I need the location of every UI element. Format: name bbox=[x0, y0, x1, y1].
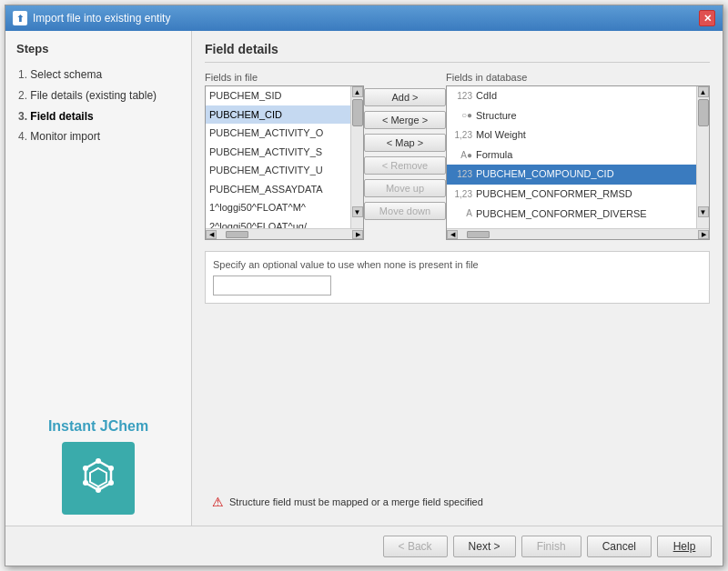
file-fields-column: Fields in file PUBCHEM_SID PUBCHEM_CID P… bbox=[205, 72, 364, 240]
svg-point-4 bbox=[108, 480, 114, 486]
fields-row: Fields in file PUBCHEM_SID PUBCHEM_CID P… bbox=[205, 72, 710, 240]
bottom-bar: < Back Next > Finish Cancel Help bbox=[5, 526, 723, 566]
main-content: Steps 1. Select schema 2. File details (… bbox=[5, 31, 723, 526]
dialog-icon: ⬆ bbox=[13, 11, 27, 25]
panel-title: Field details bbox=[205, 42, 710, 63]
steps-list: 1. Select schema 2. File details (existi… bbox=[16, 65, 180, 147]
scroll-left-arrow[interactable]: ◀ bbox=[447, 230, 458, 239]
svg-point-6 bbox=[83, 480, 88, 486]
step-1: 1. Select schema bbox=[16, 65, 180, 85]
db-list-item[interactable]: 123 PUBCHEM_COMPOUND_CID bbox=[447, 165, 696, 185]
db-fields-list[interactable]: 123 CdId ○● Structure 1,23 Mol Weight bbox=[446, 85, 710, 240]
add-button[interactable]: Add > bbox=[364, 88, 446, 106]
file-fields-hscrollbar[interactable]: ◀ ▶ bbox=[206, 228, 363, 239]
error-icon: ⚠ bbox=[212, 495, 224, 509]
h-scroll-thumb[interactable] bbox=[226, 231, 248, 238]
scroll-right-arrow[interactable]: ▶ bbox=[698, 230, 709, 239]
svg-point-2 bbox=[96, 458, 101, 464]
map-button[interactable]: < Map > bbox=[364, 134, 446, 152]
cancel-button[interactable]: Cancel bbox=[587, 536, 652, 557]
scroll-thumb[interactable] bbox=[698, 99, 709, 126]
db-field-label: PUBCHEM_COMPOUND_CID bbox=[476, 166, 614, 183]
logo-icon bbox=[74, 454, 124, 504]
list-item[interactable]: PUBCHEM_ACTIVITY_S bbox=[206, 143, 350, 162]
step-4: 4. Monitor import bbox=[16, 126, 180, 147]
optional-section: Specify an optional value to use when no… bbox=[205, 251, 710, 304]
dialog-title: Import file into existing entity bbox=[33, 12, 170, 25]
sidebar-bottom: Instant JChem bbox=[16, 418, 180, 515]
db-list-item[interactable]: 1,23 PUBCHEM_CONFORMER_RMSD bbox=[447, 185, 696, 205]
list-item[interactable]: PUBCHEM_ACTIVITY_U bbox=[206, 161, 350, 180]
list-item[interactable]: 2^loggi50^FLOAT^ug/ bbox=[206, 217, 350, 229]
db-list-item[interactable]: A PUBCHEM_CONFORMER_DIVERSE bbox=[447, 205, 696, 225]
db-list-item[interactable]: 123 CdId bbox=[447, 86, 696, 106]
scroll-right-arrow[interactable]: ▶ bbox=[352, 230, 363, 239]
optional-input[interactable] bbox=[213, 275, 331, 296]
db-fields-label: Fields in database bbox=[446, 72, 710, 83]
field-type-icon: 123 bbox=[450, 167, 472, 182]
steps-heading: Steps bbox=[16, 42, 180, 55]
optional-label: Specify an optional value to use when no… bbox=[213, 259, 702, 270]
field-type-icon: A bbox=[450, 206, 472, 221]
list-item[interactable]: PUBCHEM_ASSAYDATA bbox=[206, 180, 350, 199]
db-fields-vscrollbar[interactable]: ▲ ▼ bbox=[696, 86, 709, 228]
db-field-label: Structure bbox=[476, 108, 517, 125]
h-scroll-thumb[interactable] bbox=[467, 231, 490, 238]
import-dialog: ⬆ Import file into existing entity ✕ Ste… bbox=[5, 5, 723, 566]
field-type-icon: 1,23 bbox=[450, 187, 472, 202]
right-panel: Field details Fields in file PUBCHEM_SID… bbox=[192, 31, 723, 526]
db-list-item[interactable]: 1,23 Mol Weight bbox=[447, 125, 696, 145]
field-type-icon: ○● bbox=[450, 108, 472, 123]
field-type-icon: A● bbox=[450, 148, 472, 163]
step-3: 3. Field details bbox=[16, 106, 180, 127]
db-list-item[interactable]: A● Formula bbox=[447, 145, 696, 165]
list-item[interactable]: PUBCHEM_ACTIVITY_O bbox=[206, 124, 350, 143]
db-field-label: Formula bbox=[476, 147, 512, 164]
error-section: ⚠ Structure field must be mapped or a me… bbox=[205, 489, 710, 515]
sidebar: Steps 1. Select schema 2. File details (… bbox=[5, 31, 192, 526]
db-field-label: PUBCHEM_CONFORMER_DIVERSE bbox=[476, 206, 647, 223]
merge-button[interactable]: < Merge > bbox=[364, 111, 446, 129]
svg-point-5 bbox=[96, 487, 101, 493]
scroll-track bbox=[458, 230, 698, 239]
db-list-item[interactable]: ○● Structure bbox=[447, 106, 696, 126]
db-fields-column: Fields in database 123 CdId ○● Structure bbox=[446, 72, 710, 240]
scroll-up-arrow[interactable]: ▲ bbox=[352, 86, 363, 97]
list-item[interactable]: PUBCHEM_CID bbox=[206, 105, 350, 125]
db-field-label: Mol Weight bbox=[476, 127, 526, 144]
back-button[interactable]: < Back bbox=[383, 536, 448, 557]
list-item[interactable]: PUBCHEM_SID bbox=[206, 86, 350, 105]
db-fields-hscrollbar[interactable]: ◀ ▶ bbox=[447, 228, 709, 239]
db-items-area: 123 CdId ○● Structure 1,23 Mol Weight bbox=[447, 86, 709, 228]
next-button[interactable]: Next > bbox=[453, 536, 516, 557]
field-type-icon: 123 bbox=[450, 89, 472, 104]
list-item[interactable]: 1^loggi50^FLOAT^M^ bbox=[206, 198, 350, 217]
step-2: 2. File details (existing table) bbox=[16, 85, 180, 106]
scroll-thumb[interactable] bbox=[352, 99, 363, 126]
field-type-icon: 1,23 bbox=[450, 128, 472, 143]
logo-box bbox=[62, 442, 135, 515]
move-up-button[interactable]: Move up bbox=[364, 179, 446, 197]
scroll-track bbox=[217, 230, 352, 239]
scroll-down-arrow[interactable]: ▼ bbox=[698, 206, 709, 217]
file-fields-list[interactable]: PUBCHEM_SID PUBCHEM_CID PUBCHEM_ACTIVITY… bbox=[205, 85, 364, 240]
title-bar-left: ⬆ Import file into existing entity bbox=[13, 11, 170, 25]
svg-point-7 bbox=[83, 466, 88, 471]
scroll-up-arrow[interactable]: ▲ bbox=[698, 86, 709, 97]
scroll-left-arrow[interactable]: ◀ bbox=[206, 230, 217, 239]
move-down-button[interactable]: Move down bbox=[364, 202, 446, 220]
svg-point-3 bbox=[108, 466, 114, 471]
mapping-buttons: Add > < Merge > < Map > < Remove Move up… bbox=[364, 72, 446, 240]
remove-button[interactable]: < Remove bbox=[364, 156, 446, 175]
scroll-down-arrow[interactable]: ▼ bbox=[352, 206, 363, 217]
file-fields-label: Fields in file bbox=[205, 72, 364, 83]
help-button[interactable]: Help bbox=[657, 536, 712, 557]
error-message: Structure field must be mapped or a merg… bbox=[229, 496, 483, 507]
db-field-label: PUBCHEM_CONFORMER_RMSD bbox=[476, 186, 632, 203]
title-bar: ⬆ Import file into existing entity ✕ bbox=[5, 5, 723, 31]
file-fields-vscrollbar[interactable]: ▲ ▼ bbox=[350, 86, 363, 228]
finish-button[interactable]: Finish bbox=[521, 536, 581, 557]
close-button[interactable]: ✕ bbox=[699, 10, 715, 26]
db-field-label: CdId bbox=[476, 88, 497, 105]
brand-label: Instant JChem bbox=[48, 418, 148, 435]
